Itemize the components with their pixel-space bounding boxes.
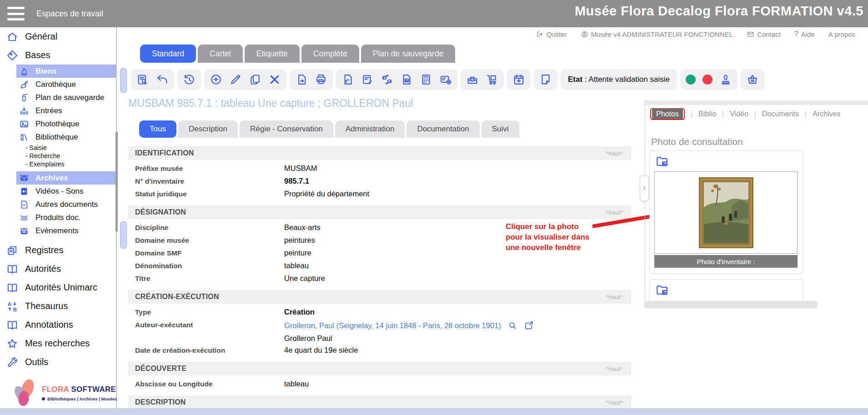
green-status-dot[interactable] — [686, 75, 696, 85]
workspace-label[interactable]: Espaces de travail — [36, 9, 103, 19]
wrench-icon — [6, 356, 18, 368]
section-header-designation: DÉSIGNATION ^haut^ — [128, 205, 631, 219]
top-anchor-link[interactable]: ^haut^ — [606, 294, 623, 300]
content-scrollbar-thumb-top[interactable] — [120, 68, 127, 93]
open-in-new-icon[interactable] — [524, 320, 534, 330]
field-row: Type Création — [128, 307, 631, 320]
top-anchor-link[interactable]: ^haut^ — [606, 365, 623, 372]
sidebar-item-entrees[interactable]: Entrées — [0, 104, 116, 117]
sidebar-item-general[interactable]: Général — [0, 27, 116, 46]
folder-image-icon[interactable] — [655, 283, 669, 297]
top-anchor-link[interactable]: ^haut^ — [606, 399, 623, 406]
user-account[interactable]: Musée v4 ADMINISTRATEUR FONCTIONNEL — [581, 30, 733, 38]
author-link-wrap: Grolleron, Paul (Seignelay, 14 juin 1848… — [284, 320, 534, 330]
video-file-icon — [19, 186, 29, 196]
sidebar-item-biens[interactable]: Biens — [0, 65, 116, 78]
sidebar-item-autorites-unimarc[interactable]: Autorités Unimarc — [0, 278, 116, 297]
field-row: Abscisse ou Longitude tableau — [128, 379, 631, 392]
add-circle-button[interactable] — [210, 73, 222, 86]
copy-button[interactable] — [249, 73, 261, 86]
hamburger-menu-icon[interactable] — [7, 7, 25, 20]
folder-image-icon[interactable] — [655, 155, 669, 168]
sidebar-item-bibliotheque[interactable]: Bibliothèque — [0, 130, 116, 144]
edit-pencil-button[interactable] — [229, 73, 242, 86]
painting-thumbnail[interactable] — [699, 177, 753, 248]
view-tab-compl-te[interactable]: Complète — [301, 45, 359, 63]
app-window: Espaces de travail Musée Flora Decalog F… — [0, 0, 868, 415]
panel-tab-documents[interactable]: Documents — [762, 110, 799, 118]
sidebar-item-bases[interactable]: Bases — [0, 46, 116, 65]
sidebar-item-carotheque[interactable]: Carothèque — [0, 78, 116, 91]
sidebar-item-videos-sons[interactable]: Vidéos - Sons — [0, 185, 116, 198]
record-tab-administration[interactable]: Administration — [335, 120, 405, 138]
field-label: N° d'inventaire — [135, 176, 284, 185]
aide-button[interactable]: ? Aide — [794, 30, 815, 38]
record-tab-r-gie-conservation[interactable]: Régie - Conservation — [240, 120, 333, 138]
basket-button[interactable] — [746, 73, 759, 86]
stamp-button[interactable] — [719, 73, 732, 86]
sidebar-item-plan-de-sauvegarde[interactable]: Plan de sauvegarde — [0, 91, 116, 104]
sidebar-item-exemplaires[interactable]: - Exemplaires — [0, 160, 116, 168]
panel-tab-vidéo[interactable]: Vidéo — [730, 110, 748, 118]
record-tab-suivi[interactable]: Suivi — [482, 120, 519, 138]
sidebar-item-recherche[interactable]: - Recherche — [0, 152, 116, 160]
view-tab-etiquette[interactable]: Etiquette — [245, 45, 300, 63]
trolley-button[interactable] — [486, 73, 498, 86]
calculator-badge-button[interactable] — [420, 73, 432, 86]
view-tab-cartel[interactable]: Cartel — [198, 45, 243, 63]
author-link[interactable]: Grolleron, Paul (Seignelay, 14 juin 1848… — [284, 321, 501, 330]
record-sections: IDENTIFICATION ^haut^ Préfixe musée MUSB… — [128, 146, 631, 413]
file-image-button[interactable] — [400, 73, 413, 86]
file-export-icon — [295, 73, 308, 86]
list-search-button[interactable] — [136, 73, 149, 86]
top-anchor-link[interactable]: ^haut^ — [606, 150, 623, 157]
printer-button[interactable] — [315, 73, 327, 86]
content-scrollbar-thumb[interactable] — [120, 221, 127, 249]
panel-tab-archives[interactable]: Archives — [813, 110, 840, 118]
sidebar-item-outils[interactable]: Outils — [0, 353, 116, 371]
toolbar-group — [534, 69, 557, 90]
record-tab-documentation[interactable]: Documentation — [406, 120, 479, 138]
search-icon[interactable] — [507, 320, 517, 330]
field-row: Dénomination tableau — [128, 261, 631, 274]
sidebar-item-produits-doc[interactable]: Produits doc. — [0, 211, 116, 224]
sidebar-item-autres-documents[interactable]: Autres documents — [0, 198, 116, 211]
sidebar-item-mes-recherches[interactable]: Mes recherches — [0, 334, 116, 353]
sidebar-item-evenements[interactable]: Evènements — [0, 224, 116, 237]
red-status-dot[interactable] — [702, 75, 712, 85]
panel-tab-biblio[interactable]: Biblio — [698, 110, 716, 118]
toolbar-group — [204, 69, 286, 90]
panel-tab-photos[interactable]: Photos — [652, 109, 683, 119]
add-circle-icon — [210, 73, 222, 86]
close-x-button[interactable] — [268, 73, 281, 86]
contact-button[interactable]: Contact — [747, 30, 781, 38]
record-tab-description[interactable]: Description — [178, 120, 238, 138]
record-tab-tous[interactable]: Tous — [139, 120, 176, 138]
sidebar-item-phototheque[interactable]: Photothèque — [0, 117, 116, 130]
view-tab-standard[interactable]: Standard — [140, 45, 196, 63]
history-button[interactable] — [183, 73, 196, 86]
sidebar-item-label: Biens — [35, 67, 56, 76]
file-paperclip-button[interactable] — [341, 73, 354, 86]
sidebar-item-saisie[interactable]: - Saisie — [0, 144, 116, 152]
file-edit-button[interactable] — [361, 73, 374, 86]
sidebar-scrollbar-thumb[interactable] — [115, 132, 118, 232]
photo-consultation-card: Photo d'inventaire : — [649, 150, 803, 274]
quitter-button[interactable]: Quitter — [536, 30, 567, 38]
card-plus-button[interactable] — [439, 73, 452, 86]
sidebar-item-archives[interactable]: Archives — [0, 171, 116, 185]
file-export-button[interactable] — [295, 73, 308, 86]
sidebar-item-autorites[interactable]: Autorités — [0, 260, 116, 278]
sidebar-item-thesaurus[interactable]: ABThesaurus — [0, 297, 116, 315]
toolbox-button[interactable] — [466, 73, 479, 86]
calendar-plus-button[interactable] — [512, 73, 525, 86]
note-page-button[interactable] — [539, 73, 552, 86]
view-tab-plan-de-sauvegarde[interactable]: Plan de sauvegarde — [361, 45, 456, 63]
apropos-button[interactable]: A propos — [828, 30, 855, 38]
field-value: MUSBAM — [284, 164, 317, 173]
sidebar-item-annotations[interactable]: Annotations — [0, 315, 116, 334]
sidebar-item-registres[interactable]: Registres — [0, 241, 116, 260]
share-arrows-button[interactable] — [381, 73, 393, 86]
undo-button[interactable] — [156, 73, 169, 86]
panel-collapse-handle[interactable] — [640, 175, 649, 201]
